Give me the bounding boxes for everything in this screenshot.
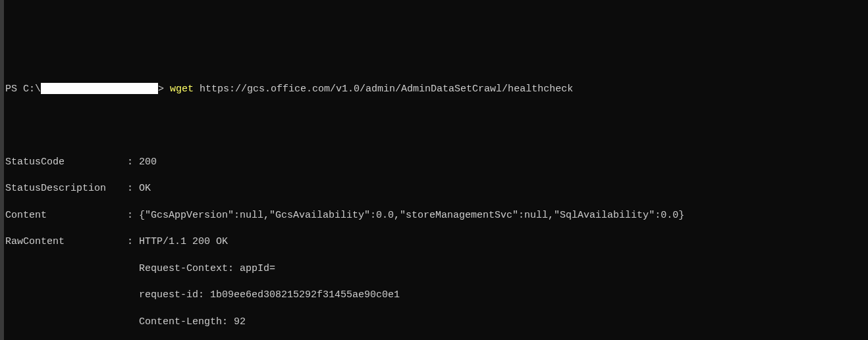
value-rawcontent-3: request-id: 1b09ee6ed308215292f31455ae90…: [5, 289, 863, 302]
output-block: StatusCode: 200 StatusDescription: OK Co…: [5, 142, 863, 340]
row-statusdescription: StatusDescription: OK: [5, 182, 863, 195]
colon: :: [127, 156, 139, 169]
prompt-gt: >: [158, 84, 170, 95]
value-content: {"GcsAppVersion":null,"GcsAvailability":…: [139, 209, 684, 222]
value-rawcontent-4: Content-Length: 92: [5, 316, 863, 329]
label-content: Content: [5, 209, 127, 222]
prompt-prefix: PS C:\: [5, 84, 41, 95]
colon: :: [127, 209, 139, 222]
label-statusdescription: StatusDescription: [5, 182, 127, 195]
colon: :: [127, 235, 139, 249]
row-statuscode: StatusCode: 200: [5, 156, 863, 169]
label-statuscode: StatusCode: [5, 156, 127, 169]
row-content: Content: {"GcsAppVersion":null,"GcsAvail…: [5, 209, 863, 222]
wget-url: https://gcs.office.com/v1.0/admin/AdminD…: [194, 84, 573, 95]
colon: :: [127, 182, 139, 195]
label-rawcontent: RawContent: [5, 235, 127, 249]
row-rawcontent: RawContent: HTTP/1.1 200 OK: [5, 235, 863, 249]
value-rawcontent-1: HTTP/1.1 200 OK: [139, 235, 228, 249]
scrollbar[interactable]: [0, 0, 4, 340]
command-prompt-line[interactable]: PS C:\> wget https://gcs.office.com/v1.0…: [5, 83, 863, 96]
redacted-path: [41, 83, 158, 94]
value-statuscode: 200: [139, 156, 157, 169]
value-statusdescription: OK: [139, 182, 151, 195]
value-rawcontent-2: Request-Context: appId=: [5, 262, 863, 276]
wget-command: wget: [170, 84, 194, 95]
